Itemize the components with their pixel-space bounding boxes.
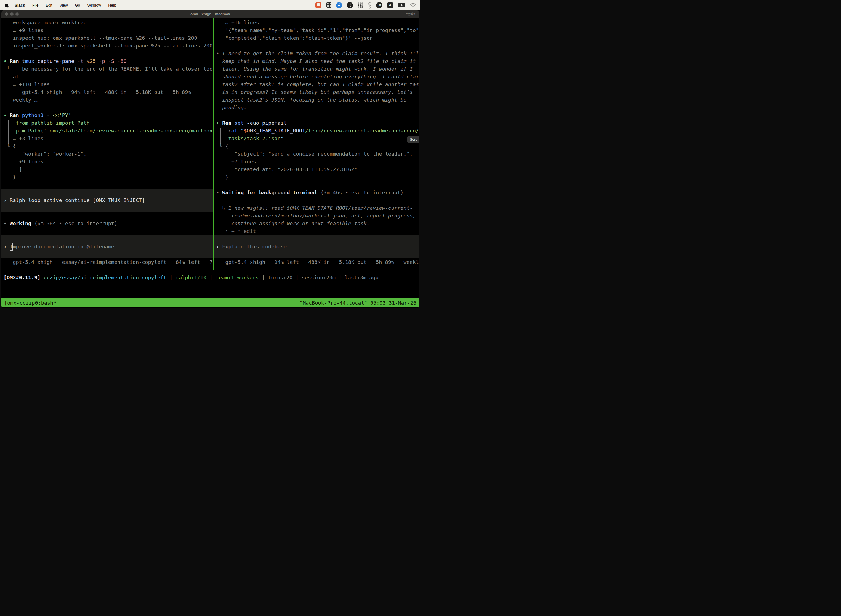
bolt-circle-icon[interactable] (336, 2, 342, 8)
terminal-row: › Ralph loop active continue [OMX_TMUX_I… (4, 197, 213, 204)
terminal-row: continue assigned work or next feasible … (216, 220, 419, 227)
tmux-status-bar: [omx-cczip0:bash* "MacBook-Pro-44.local"… (1, 298, 419, 307)
shield-grid-icon[interactable] (326, 2, 331, 8)
active-app-menu[interactable]: Slack (15, 3, 25, 7)
terminal-row: "subject": "send a concise recommendatio… (216, 150, 419, 158)
terminal-row: from pathlib import Path (4, 119, 213, 127)
terminal-row (4, 50, 213, 57)
terminal-row: } (216, 173, 419, 181)
terminal-row: later. Using the same for transition mig… (216, 65, 419, 73)
chat-app-icon[interactable] (315, 2, 321, 8)
terminal-row: • I need to get the claim token from the… (216, 50, 419, 57)
minimize-window-button[interactable] (10, 12, 13, 16)
window-title-bar[interactable]: omx --xhigh --madmax ⌥⌘1 (1, 10, 419, 18)
terminal-row: gpt-5.4 xhigh · 94% left · 488K in · 5.1… (216, 258, 419, 266)
close-window-button[interactable] (5, 12, 8, 16)
menu-bar: Slack File Edit View Go Window Help ..61 (0, 0, 420, 10)
battery-icon[interactable] (398, 3, 405, 7)
terminal-rows-right: … +16 lines '{"team_name":"my-team","tas… (216, 19, 419, 266)
terminal-row: • Waiting for background terminal (3m 46… (216, 189, 419, 197)
terminal-row (4, 227, 213, 235)
terminal-row: is in progress? It seems likely but perh… (216, 88, 419, 96)
terminal-row: workspace_mode: worktree (4, 19, 213, 26)
terminal-row (216, 42, 419, 50)
menu-item-view[interactable]: View (60, 3, 68, 7)
terminal-row: └ be necessary for the end of the README… (4, 65, 213, 73)
terminal-row (4, 235, 213, 243)
terminal-row: [OMX#0.11.9] cczip/essay/ai-reimplementa… (4, 274, 419, 282)
terminal-row: › Improve documentation in @filename (4, 243, 213, 251)
right-pane-separator-line (214, 270, 419, 270)
terminal-row: "completed","claim_token":"claim-token"}… (216, 34, 419, 42)
terminal-row (216, 251, 419, 258)
terminal-row: keep that in mind. Maybe I also need the… (216, 57, 419, 65)
terminal-row: weekly … (4, 96, 213, 104)
terminal-row: • Working (6m 38s • esc to interrupt) (4, 220, 213, 227)
menu-item-window[interactable]: Window (87, 3, 101, 7)
menu-item-edit[interactable]: Edit (45, 3, 52, 7)
left-pane-separator-line (1, 270, 214, 270)
terminal-row (4, 204, 213, 212)
terminal-row (216, 181, 419, 189)
terminal-pane-left[interactable]: workspace_mode: worktree … +9 lines insp… (1, 18, 213, 270)
terminal-row: ⌥ + ↑ edit (216, 227, 419, 235)
terminal-row: … +7 lines (216, 158, 419, 166)
dots-grid-icon[interactable] (357, 3, 363, 8)
terminal-row: … +110 lines (4, 81, 213, 88)
menu-bar-status-icons: ..61 A (315, 2, 416, 9)
terminal-rows-left: workspace_mode: worktree … +9 lines insp… (4, 19, 213, 266)
keyboard-a-icon[interactable]: A (387, 2, 393, 8)
terminal-row (216, 111, 419, 119)
terminal-row: pending. (216, 104, 419, 111)
apple-menu-icon[interactable] (4, 3, 9, 8)
window-shortcut-hint: ⌥⌘1 (406, 10, 416, 18)
wifi-icon[interactable] (410, 3, 416, 7)
omx-status-line: [OMX#0.11.9] cczip/essay/ai-reimplementa… (4, 274, 419, 282)
terminal-row (216, 235, 419, 243)
terminal-row: inspect_hud: omx sparkshell --tmux-pane … (4, 34, 213, 42)
terminal-window: omx --xhigh --madmax ⌥⌘1 workspace_mode:… (1, 10, 419, 308)
window-title: omx --xhigh --madmax (1, 12, 419, 16)
terminal-row: task2 after task1 is complete, but can I… (216, 81, 419, 88)
window-traffic-lights (5, 10, 19, 18)
terminal-content: workspace_mode: worktree … +9 lines insp… (1, 18, 419, 308)
hook-icon[interactable] (368, 2, 371, 9)
terminal-row: '{"team_name":"my-team","task_id":"1","f… (216, 26, 419, 34)
terminal-row: gpt-5.4 xhigh · essay/ai-reimplementatio… (4, 258, 213, 266)
tmux-session-label: [omx-cczip0:bash* (4, 300, 300, 306)
contrast-disc-icon[interactable] (347, 2, 353, 8)
terminal-row (4, 181, 213, 189)
terminal-row: … +9 lines (4, 26, 213, 34)
terminal-row: should send a message before completing … (216, 73, 419, 81)
terminal-row: "worker": "worker-1", (4, 150, 213, 158)
terminal-row: ↳ 1 new msg(s): read $OMX_TEAM_STATE_ROO… (216, 204, 419, 212)
terminal-row: └ { (4, 142, 213, 150)
terminal-row: tasks/task-2.json" (216, 135, 419, 142)
terminal-row (4, 212, 213, 220)
terminal-row: … +16 lines (216, 19, 419, 26)
terminal-row: └ { (216, 142, 419, 150)
terminal-row: at (4, 73, 213, 81)
menu-item-help[interactable]: Help (108, 3, 116, 7)
terminal-row (4, 251, 213, 258)
terminal-row: inspect task2's JSON, focusing on the st… (216, 96, 419, 104)
terminal-row: • Ran tmux capture-pane -t %25 -p -S -80 (4, 57, 213, 65)
terminal-pane-right[interactable]: … +16 lines '{"team_name":"my-team","tas… (214, 18, 419, 270)
menu-item-go[interactable]: Go (75, 3, 80, 7)
terminal-row: inspect_worker-1: omx sparkshell --tmux-… (4, 42, 213, 50)
terminal-row: cat "$OMX_TEAM_STATE_ROOT/team/review-cu… (216, 127, 419, 135)
terminal-row: … +3 lines (4, 135, 213, 142)
zoom-window-button[interactable] (15, 12, 19, 16)
screen-overlay-tooltip: Scre (407, 136, 419, 143)
terminal-row (4, 104, 213, 111)
terminal-row: p = Path('.omx/state/team/review-current… (4, 127, 213, 135)
menu-item-file[interactable]: File (32, 3, 39, 7)
terminal-row: • Ran set -euo pipefail (216, 119, 419, 127)
terminal-row: ] (4, 166, 213, 173)
badge-61-icon[interactable]: ..61 (376, 2, 382, 8)
terminal-row (216, 197, 419, 204)
tmux-host-clock-label: "MacBook-Pro-44.local" 05:03 31-Mar-26 (300, 300, 416, 306)
terminal-row: • Ran python3 - <<'PY' (4, 111, 213, 119)
terminal-row: … +9 lines (4, 158, 213, 166)
terminal-row: } (4, 173, 213, 181)
